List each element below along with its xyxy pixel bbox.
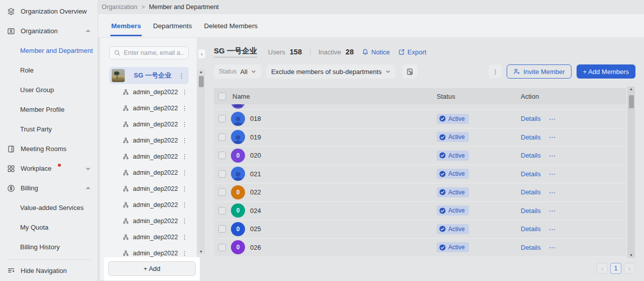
more-menu-icon[interactable]: ⋮	[182, 218, 189, 224]
id-badge-settings-button[interactable]	[403, 64, 418, 79]
scrollbar-thumb[interactable]	[629, 95, 634, 108]
tree-item-department[interactable]: admin_dep2022...⋮	[109, 197, 189, 213]
invite-member-button[interactable]: Invite Member	[507, 64, 571, 79]
tab-departments[interactable]: Departments	[153, 14, 192, 37]
more-menu-icon[interactable]: ⋮	[182, 186, 189, 192]
scroll-up-icon[interactable]: ▲	[199, 69, 203, 75]
collapse-panel-button[interactable]: ‹	[198, 49, 206, 59]
details-link[interactable]: Details	[521, 133, 541, 141]
row-more-icon[interactable]: ⋯	[549, 243, 556, 251]
sidebar-item-member-and-department[interactable]: Member and Department	[0, 41, 98, 60]
row-more-icon[interactable]: ⋯	[549, 152, 556, 160]
more-menu-icon[interactable]: ⋮	[182, 154, 189, 160]
more-menu-icon[interactable]: ⋮	[182, 202, 189, 208]
row-checkbox[interactable]	[218, 115, 226, 122]
more-menu-icon[interactable]: ⋮	[182, 89, 189, 95]
details-link[interactable]: Details	[521, 170, 541, 178]
hide-navigation-button[interactable]: Hide Navigation	[0, 260, 98, 281]
tree-item-root-company[interactable]: SG 一号企业 ⋮	[109, 67, 189, 84]
status-filter-select[interactable]: Status All	[214, 64, 261, 79]
more-menu-icon[interactable]: ⋮	[178, 73, 185, 79]
more-menu-icon[interactable]: ⋮	[182, 250, 189, 256]
sidebar-item-trust-party[interactable]: Trust Party	[0, 119, 98, 139]
row-more-icon[interactable]: ⋯	[549, 206, 556, 215]
table-scrollbar[interactable]: ▲ ▼	[627, 87, 635, 258]
member-name: 021	[250, 170, 261, 178]
sidebar-item-member-profile[interactable]: Member Profile	[0, 100, 98, 119]
invite-member-label: Invite Member	[523, 68, 565, 76]
tree-item-department[interactable]: admin_dep2022...⋮	[109, 229, 189, 245]
tree-item-department[interactable]: admin_dep2022...⋮	[109, 116, 189, 132]
avatar	[231, 104, 245, 109]
next-page-button[interactable]: ›	[624, 263, 635, 274]
export-link[interactable]: Export	[398, 48, 427, 56]
more-menu-icon[interactable]: ⋮	[182, 170, 189, 176]
scroll-down-icon[interactable]: ▼	[199, 249, 203, 254]
sidebar-item-billing-history[interactable]: Billing History	[0, 237, 98, 257]
tree-item-department[interactable]: admin_dep2022...⋮	[109, 213, 189, 229]
row-checkbox[interactable]	[218, 152, 226, 159]
add-members-button[interactable]: + Add Members	[577, 64, 635, 79]
row-checkbox[interactable]	[218, 188, 226, 196]
tree-item-department[interactable]: admin_dep2022...⋮	[109, 100, 189, 116]
prev-page-button[interactable]: ‹	[597, 263, 608, 274]
sidebar-item-user-group[interactable]: User Group	[0, 80, 98, 100]
more-actions-button[interactable]: ⋮	[489, 64, 502, 79]
add-department-button[interactable]: + Add	[108, 261, 196, 276]
sidebar-item-my-quota[interactable]: My Quota	[0, 218, 98, 237]
details-link[interactable]: Details	[521, 188, 541, 196]
tree-scrollbar[interactable]: ▲ ▼	[197, 69, 205, 254]
scrollbar-thumb[interactable]	[199, 76, 204, 87]
more-menu-icon[interactable]: ⋮	[182, 234, 189, 240]
details-link[interactable]: Details	[521, 152, 541, 159]
exclude-subdepartments-select[interactable]: Exclude members of sub-departments	[266, 64, 395, 79]
details-link[interactable]: Details	[521, 225, 541, 233]
bell-icon	[362, 48, 369, 55]
details-link[interactable]: Details	[521, 244, 541, 251]
page-number-button[interactable]: 1	[610, 263, 621, 274]
row-more-icon[interactable]: ⋯	[549, 225, 556, 233]
notice-link[interactable]: Notice	[362, 48, 390, 56]
row-more-icon[interactable]: ⋯	[549, 170, 556, 178]
select-all-checkbox[interactable]	[218, 93, 226, 100]
chevron-up-icon	[86, 29, 91, 34]
status-badge: Active	[437, 224, 469, 234]
tree-item-department[interactable]: admin_dep2022...⋮	[109, 84, 189, 100]
more-menu-icon[interactable]: ⋮	[182, 105, 189, 111]
sidebar-item-value-added-services[interactable]: Value-added Services	[0, 198, 98, 218]
tree-item-department[interactable]: admin_dep2022...⋮	[109, 165, 189, 181]
tree-item-department[interactable]: admin_dep2022...⋮	[109, 181, 189, 197]
sidebar-item-billing[interactable]: Billing	[0, 178, 98, 198]
scroll-down-icon[interactable]: ▼	[629, 253, 633, 258]
tree-item-department[interactable]: admin_dep2022...⋮	[109, 149, 189, 165]
tab-deleted-members[interactable]: Deleted Members	[204, 14, 258, 37]
row-checkbox[interactable]	[218, 225, 226, 233]
row-checkbox[interactable]	[218, 133, 226, 141]
more-menu-icon[interactable]: ⋮	[182, 121, 189, 127]
tree-item-department[interactable]: admin_dep2022...⋮	[109, 132, 189, 149]
search-input[interactable]: Enter name, email a...	[109, 46, 189, 59]
breadcrumb-parent[interactable]: Organization	[102, 4, 137, 11]
sidebar-item-organization[interactable]: Organization	[0, 21, 98, 41]
table-row: 0 025 Active Details⋯	[214, 220, 626, 239]
details-link[interactable]: Details	[521, 115, 541, 122]
row-checkbox[interactable]	[218, 170, 226, 178]
tab-members[interactable]: Members	[111, 14, 141, 37]
more-menu-icon[interactable]: ⋮	[182, 137, 189, 144]
row-more-icon[interactable]: ⋯	[549, 133, 556, 141]
row-checkbox[interactable]	[218, 207, 226, 215]
member-avatar: 0	[231, 185, 245, 199]
sidebar-item-role[interactable]: Role	[0, 60, 98, 80]
inactive-label: Inactive	[318, 48, 341, 56]
row-more-icon[interactable]: ⋯	[549, 115, 556, 123]
sidebar-item-organization-overview[interactable]: Organization Overview	[0, 2, 98, 21]
department-name: admin_dep2022...	[133, 234, 178, 241]
sidebar-item-meeting-rooms[interactable]: Meeting Rooms	[0, 139, 98, 159]
row-more-icon[interactable]: ⋯	[549, 188, 556, 196]
row-checkbox[interactable]	[218, 244, 226, 251]
scroll-up-icon[interactable]: ▲	[629, 87, 633, 92]
department-name: admin_dep2022...	[133, 153, 178, 160]
details-link[interactable]: Details	[521, 207, 541, 215]
department-icon	[122, 105, 129, 112]
sidebar-item-workplace[interactable]: Workplace	[0, 159, 98, 178]
